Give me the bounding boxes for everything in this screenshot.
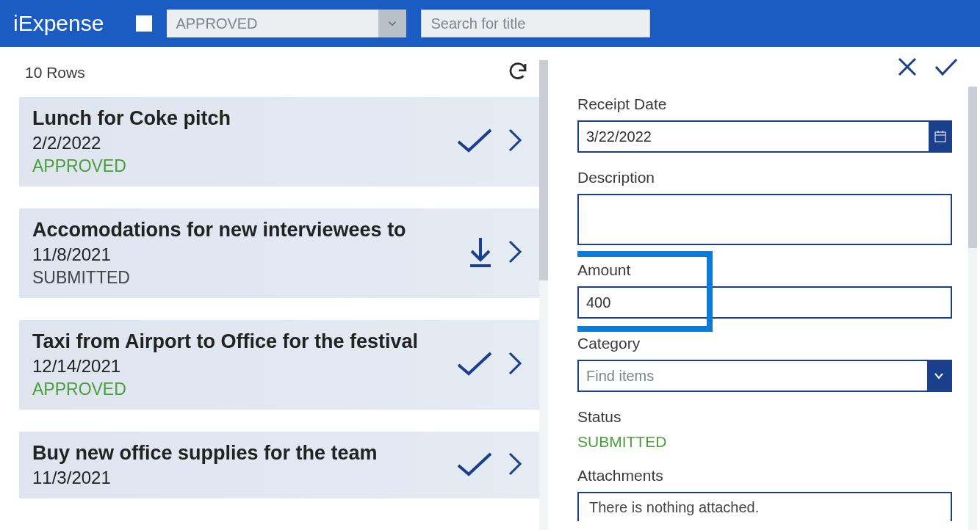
expense-title: Buy new office supplies for the team: [32, 442, 378, 465]
chevron-right-icon[interactable]: [507, 239, 523, 268]
amount-label: Amount: [577, 261, 964, 279]
chevron-right-icon[interactable]: [507, 127, 523, 156]
list-scrollbar[interactable]: [539, 60, 548, 530]
status-field: Status SUBMITTED: [577, 408, 964, 451]
expense-status: APPROVED: [32, 156, 231, 176]
receipt-date-label: Receipt Date: [577, 95, 964, 113]
receipt-date-field: Receipt Date: [577, 95, 964, 153]
top-bar: iExpense APPROVED: [0, 0, 980, 47]
category-label: Category: [577, 335, 964, 352]
attachments-empty-text: There is nothing attached.: [589, 499, 759, 516]
amount-field: Amount: [577, 261, 964, 319]
attachments-field: Attachments There is nothing attached.: [577, 467, 964, 521]
category-field: Category Find items: [577, 335, 964, 392]
expense-list-pane: 10 Rows Lunch for Coke pitch 2/2/2022 AP…: [0, 47, 548, 530]
expense-title: Taxi from Airport to Office for the fest…: [32, 330, 418, 353]
list-item[interactable]: Buy new office supplies for the team 11/…: [19, 432, 541, 498]
expense-status: APPROVED: [32, 380, 418, 399]
receipt-date-input[interactable]: [577, 120, 952, 153]
filter-checkbox[interactable]: [136, 15, 152, 32]
expense-title: Accomodations for new interviewees to: [32, 219, 406, 242]
chevron-right-icon[interactable]: [507, 451, 523, 480]
attachments-box[interactable]: There is nothing attached.: [577, 492, 952, 521]
download-icon: [466, 235, 495, 272]
check-icon: [454, 349, 495, 381]
attachments-label: Attachments: [577, 467, 964, 484]
expense-list: Lunch for Coke pitch 2/2/2022 APPROVED A…: [0, 97, 548, 498]
row-count-label: 10 Rows: [25, 64, 85, 81]
chevron-right-icon[interactable]: [507, 350, 523, 380]
category-placeholder: Find items: [579, 368, 661, 385]
check-icon: [454, 126, 495, 158]
confirm-button[interactable]: [933, 57, 959, 80]
expense-date: 11/3/2021: [32, 468, 378, 488]
list-item[interactable]: Taxi from Airport to Office for the fest…: [19, 320, 541, 410]
status-filter-dropdown[interactable]: APPROVED: [167, 10, 406, 37]
refresh-button[interactable]: [507, 60, 529, 85]
expense-date: 12/14/2021: [32, 356, 418, 377]
app-title: iExpense: [13, 11, 104, 36]
list-item[interactable]: Accomodations for new interviewees to 11…: [19, 208, 541, 298]
main-content: 10 Rows Lunch for Coke pitch 2/2/2022 AP…: [0, 47, 980, 530]
status-value: SUBMITTED: [577, 433, 964, 451]
chevron-down-icon: [927, 361, 951, 391]
detail-form-pane: This field must have at least 10 charact…: [548, 47, 980, 530]
status-label: Status: [577, 408, 964, 426]
description-label: Description: [577, 169, 964, 186]
description-field: Description: [577, 169, 964, 245]
search-input[interactable]: [421, 10, 650, 37]
expense-date: 2/2/2022: [32, 133, 231, 153]
chevron-down-icon: [378, 10, 406, 37]
calendar-icon[interactable]: [929, 120, 952, 153]
expense-title: Lunch for Coke pitch: [32, 107, 231, 130]
amount-input[interactable]: [577, 286, 952, 319]
svg-rect-0: [935, 132, 945, 142]
expense-status: SUBMITTED: [32, 268, 406, 288]
description-input[interactable]: [577, 194, 952, 245]
form-scrollbar[interactable]: [968, 87, 977, 530]
category-dropdown[interactable]: Find items: [577, 360, 952, 392]
status-filter-value: APPROVED: [176, 15, 257, 32]
list-item[interactable]: Lunch for Coke pitch 2/2/2022 APPROVED: [19, 97, 541, 186]
expense-date: 11/8/2021: [32, 244, 406, 265]
close-button[interactable]: [896, 56, 918, 81]
check-icon: [454, 449, 495, 482]
